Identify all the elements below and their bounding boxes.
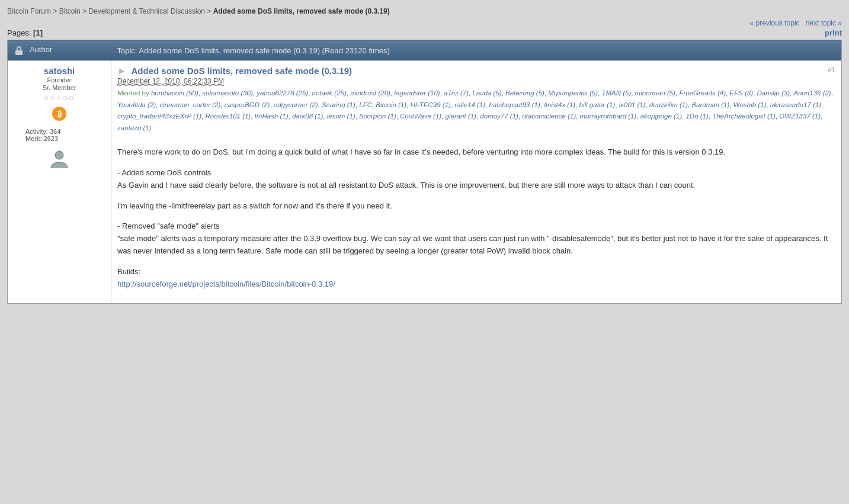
merit-notaek[interactable]: notaek (25) [312,89,347,97]
merit-bumbacoin[interactable]: bumbacoin (50) [151,89,198,97]
builds-label: Builds: [117,267,140,276]
merit-lesom[interactable]: lesom (1) [327,113,355,120]
merit-imhash[interactable]: ImHash (1) [255,113,289,120]
merit-cinnamon-carter[interactable]: cinnamon_carter (2) [159,101,220,108]
merit-label: Merited by [117,89,151,97]
forum-table: Author Topic: Added some DoS limits, rem… [7,40,842,304]
merit-yaunfitda[interactable]: Yaunfitda (2) [117,101,156,108]
merit-mindrust[interactable]: mindrust (20) [350,89,390,97]
merit-hatshepsut93[interactable]: hatshepsut93 (1) [489,101,540,108]
header-topic-cell: Topic: Added some DoS limits, removed sa… [111,40,842,61]
merit-anon136[interactable]: Anon136 (2) [793,89,831,97]
post-section1: - Added some DoS controls As Gavin and I… [117,167,835,192]
table-header-row: Author Topic: Added some DoS limits, rem… [8,40,842,61]
avatar-svg [49,148,70,169]
merit-dark08[interactable]: dark08 (1) [292,113,323,120]
author-avatar [47,147,71,171]
section1-title: - Added some DoS controls [117,168,211,177]
merit-fruegreads[interactable]: FrueGreads (4) [679,89,726,97]
content-cell: ► Added some DoS limits, removed safe mo… [111,61,842,304]
post-para1: There's more work to do on DoS, but I'm … [117,146,835,159]
svg-point-1 [55,151,63,159]
post-number-area: #1 [828,66,835,74]
merit-glerant[interactable]: glerant (1) [446,113,476,120]
breadcrumb-devtech[interactable]: Development & Technical Discussion [88,7,205,15]
merit-hitec99[interactable]: HI-TEC99 (1) [411,101,451,108]
section2-body: "safe mode" alerts was a temporary measu… [117,234,828,255]
merit-1dq[interactable]: 1Dq (1) [685,113,708,120]
breadcrumb-bitcoin[interactable]: Bitcoin [59,7,81,15]
lock-icon [14,45,24,56]
section1-body: As Gavin and I have said clearly before,… [117,181,695,190]
post-arrow-icon: ► [117,66,127,76]
post-builds: Builds: http://sourceforge.net/projects/… [117,266,835,291]
author-name-link[interactable]: satoshi [44,66,75,76]
breadcrumb: Bitcoin Forum > Bitcoin > Development & … [7,5,842,15]
post-number: #1 [828,66,835,74]
svg-rect-0 [15,50,23,55]
author-stars: ○○○○○ [14,93,105,102]
pages-label: Pages: [1] [7,28,43,37]
post-date: December 12, 2010, 06:22:33 PM [117,77,224,86]
post-header: ► Added some DoS limits, removed safe mo… [117,66,835,85]
merit-lx001[interactable]: lx001 (1) [619,101,646,108]
post-section1-extra: I'm leaving the -limitfreerelay part as … [117,200,835,213]
print-link[interactable]: print [825,28,842,37]
merit-danslip[interactable]: Danslip (3) [757,89,790,97]
post-title: Added some DoS limits, removed safe mode… [131,66,352,76]
merit-yahoo62278[interactable]: yahoo62278 (25) [257,89,308,97]
breadcrumb-bitcoinforum[interactable]: Bitcoin Forum [7,7,51,15]
header-author-cell: Author [8,40,111,61]
builds-url-link[interactable]: http://sourceforge.net/projects/bitcoin/… [117,280,335,288]
merit-mrpumperitis[interactable]: Mrpumperitis (5) [548,89,598,97]
merit-scorpion[interactable]: Scorpion (1) [359,113,396,120]
author-rank1: Founder [14,76,105,84]
merit-betwrong[interactable]: Betwrong (5) [505,89,544,97]
merit-ritaconscience[interactable]: ritaconscience (1) [522,113,576,120]
merit-tman[interactable]: TMAN (5) [601,89,631,97]
merit-casperbgd[interactable]: casperBGD (2) [225,101,270,108]
merit-bardman[interactable]: Bardman (1) [691,101,729,108]
merit-legendster[interactable]: legendster (10) [394,89,440,97]
merit-minorman[interactable]: minorman (5) [635,89,675,97]
merit-domoy77[interactable]: domoy77 (1) [480,113,518,120]
bitcoin-badge: ₿ [52,107,66,121]
post-body: There's more work to do on DoS, but I'm … [117,146,835,290]
author-stats: Activity: 364 Merit: 2623 [14,128,105,142]
merit-searing[interactable]: Searing (1) [322,101,355,108]
post-section2: - Removed "safe mode" alerts "safe mode"… [117,220,835,257]
previous-topic-link[interactable]: « previous topic [750,19,800,27]
next-topic-link[interactable]: next topic » [806,19,842,27]
merit-cryptotrader[interactable]: crypto_trader#43xzEXrP (1) [117,113,201,120]
merit-akirasendo17[interactable]: akirasendo17 (1) [770,101,821,108]
merit-ralle14[interactable]: ralle14 (1) [454,101,485,108]
merit-coolwave[interactable]: CoolWave (1) [400,113,441,120]
post-row: satoshi Founder Sr. Member ○○○○○ ₿ Activ… [8,61,842,304]
merit-thearchaeologist[interactable]: TheArchaeologist (1) [712,113,776,120]
merit-owz1337[interactable]: OWZ1337 (1) [779,113,821,120]
merit-woshib[interactable]: Woshib (1) [733,101,767,108]
author-rank2: Sr. Member [14,84,105,91]
post-header-area: ► Added some DoS limits, removed safe mo… [117,66,828,85]
merit-finist4x[interactable]: finist4x (1) [544,101,575,108]
merit-atriz[interactable]: aTriz (7) [444,89,469,97]
merit-zantezu[interactable]: zantezu (1) [117,124,152,131]
pages-print-row: Pages: [1] print [7,28,842,37]
merit-akopjpuge[interactable]: akopjpuge (1) [640,113,682,120]
merit-billgator[interactable]: bill gator (1) [579,101,616,108]
merit-lfcbitcoin[interactable]: LFC_Bitcoin (1) [359,101,406,108]
section2-title: - Removed "safe mode" alerts [117,221,220,230]
merit-denzkilim[interactable]: denzkilim (1) [649,101,688,108]
merit-block: Merited by bumbacoin (50), sukamasoto (3… [117,88,835,139]
merit-murrayrothbard[interactable]: murrayrothbard (1) [579,113,636,120]
merit-lauda[interactable]: Lauda (5) [472,89,501,97]
author-cell: satoshi Founder Sr. Member ○○○○○ ₿ Activ… [8,61,111,304]
merit-efs[interactable]: EFS (3) [729,89,753,97]
top-navigation: « previous topic next topic » [7,19,842,27]
merit-edgycorner[interactable]: edgycorner (2) [274,101,318,108]
breadcrumb-current: Added some DoS limits, removed safe mode… [213,7,390,15]
merit-rooster101[interactable]: Rooster101 (1) [206,113,251,120]
merit-sukamasoto[interactable]: sukamasoto (30) [202,89,253,97]
